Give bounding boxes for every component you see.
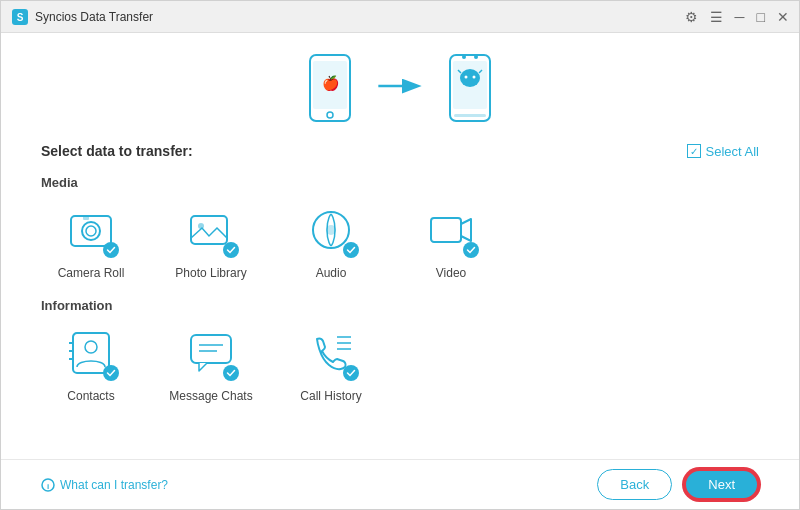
next-button[interactable]: Next — [684, 469, 759, 500]
media-category: Media Camera Ro — [41, 175, 759, 298]
video-label: Video — [436, 266, 466, 280]
svg-point-13 — [460, 69, 480, 87]
photo-library-check — [223, 242, 239, 258]
ios-device-icon:  🍎 — [305, 53, 355, 123]
maximize-icon[interactable]: □ — [757, 9, 765, 25]
app-window: S Syncios Data Transfer ⚙ ☰ ─ □ ✕  🍎 — [0, 0, 800, 510]
settings-icon[interactable]: ⚙ — [685, 9, 698, 25]
camera-roll-check — [103, 242, 119, 258]
message-chats-icon-wrapper — [181, 323, 241, 383]
svg-rect-22 — [83, 216, 89, 220]
app-logo: S — [11, 8, 29, 26]
select-all-checkbox[interactable]: ✓ — [687, 144, 701, 158]
call-history-icon-wrapper — [301, 323, 361, 383]
close-icon[interactable]: ✕ — [777, 9, 789, 25]
svg-rect-33 — [191, 335, 231, 363]
information-category-label: Information — [41, 298, 759, 313]
call-history-label: Call History — [300, 389, 361, 403]
menu-icon[interactable]: ☰ — [710, 9, 723, 25]
svg-point-14 — [465, 76, 468, 79]
select-all-label: Select All — [706, 144, 759, 159]
footer: i What can I transfer? Back Next — [1, 459, 799, 509]
minimize-icon[interactable]: ─ — [735, 9, 745, 25]
video-item[interactable]: Video — [401, 200, 501, 280]
contacts-check — [103, 365, 119, 381]
window-controls: ⚙ ☰ ─ □ ✕ — [685, 9, 789, 25]
information-items-grid: Contacts Mess — [41, 323, 759, 403]
select-all-button[interactable]: ✓ Select All — [687, 144, 759, 159]
audio-item[interactable]: Audio — [281, 200, 381, 280]
photo-library-label: Photo Library — [175, 266, 246, 280]
main-content:  🍎 — [1, 33, 799, 459]
back-button[interactable]: Back — [597, 469, 672, 500]
info-icon: i — [41, 478, 55, 492]
camera-roll-item[interactable]: Camera Roll — [41, 200, 141, 280]
android-device-icon — [445, 53, 495, 123]
audio-icon-wrapper — [301, 200, 361, 260]
svg-rect-23 — [191, 216, 227, 244]
contacts-label: Contacts — [67, 389, 114, 403]
photo-library-item[interactable]: Photo Library — [161, 200, 261, 280]
contacts-item[interactable]: Contacts — [41, 323, 141, 403]
message-chats-label: Message Chats — [169, 389, 252, 403]
message-chats-check — [223, 365, 239, 381]
transfer-header:  🍎 — [41, 53, 759, 123]
svg-point-12 — [474, 55, 478, 59]
footer-buttons: Back Next — [597, 469, 759, 500]
svg-rect-18 — [454, 114, 486, 117]
arrow-icon — [375, 66, 425, 106]
video-icon-wrapper — [421, 200, 481, 260]
svg-point-20 — [82, 222, 100, 240]
svg-point-21 — [86, 226, 96, 236]
svg-point-29 — [85, 341, 97, 353]
contacts-icon-wrapper — [61, 323, 121, 383]
svg-point-15 — [473, 76, 476, 79]
target-device — [445, 53, 495, 123]
information-category: Information — [41, 298, 759, 421]
media-category-label: Media — [41, 175, 759, 190]
help-link[interactable]: i What can I transfer? — [41, 478, 168, 492]
svg-text:S: S — [17, 12, 24, 23]
message-chats-item[interactable]: Message Chats — [161, 323, 261, 403]
call-history-check — [343, 365, 359, 381]
help-link-label: What can I transfer? — [60, 478, 168, 492]
svg-rect-19 — [71, 216, 111, 246]
camera-roll-label: Camera Roll — [58, 266, 125, 280]
audio-check — [343, 242, 359, 258]
svg-point-11 — [462, 55, 466, 59]
video-check — [463, 242, 479, 258]
svg-text:🍎: 🍎 — [322, 75, 340, 92]
media-items-grid: Camera Roll Photo Library — [41, 200, 759, 280]
window-title: Syncios Data Transfer — [35, 10, 685, 24]
title-bar: S Syncios Data Transfer ⚙ ☰ ─ □ ✕ — [1, 1, 799, 33]
photo-library-icon-wrapper — [181, 200, 241, 260]
source-device:  🍎 — [305, 53, 355, 123]
audio-label: Audio — [316, 266, 347, 280]
call-history-item[interactable]: Call History — [281, 323, 381, 403]
svg-point-4 — [327, 112, 333, 118]
select-section-header: Select data to transfer: ✓ Select All — [41, 143, 759, 159]
select-data-label: Select data to transfer: — [41, 143, 193, 159]
transfer-arrow — [375, 66, 425, 110]
svg-text:i: i — [47, 482, 49, 491]
svg-rect-27 — [431, 218, 461, 242]
camera-roll-icon-wrapper — [61, 200, 121, 260]
